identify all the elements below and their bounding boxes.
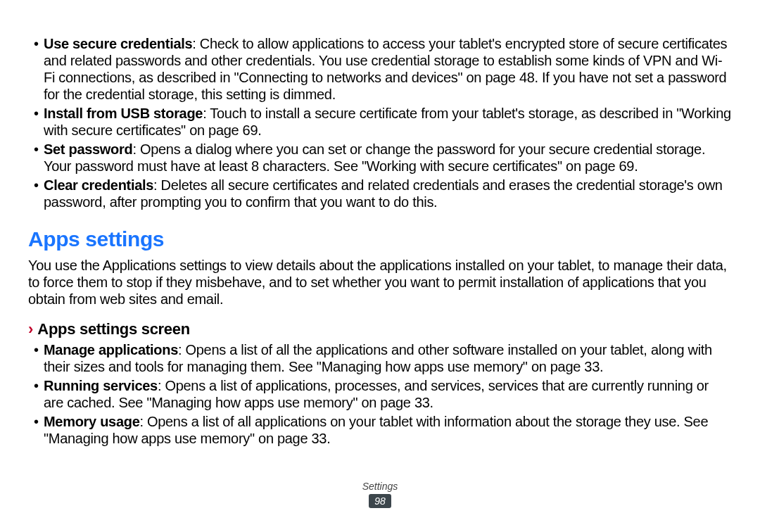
footer-section-label: Settings <box>0 481 760 492</box>
bullet-icon: • <box>34 177 39 194</box>
bullet-desc: : Opens a dialog where you can set or ch… <box>44 141 705 174</box>
bullet-term: Manage applications <box>44 342 178 357</box>
bullet-memory-usage: • Memory usage: Opens a list of all appl… <box>28 413 732 447</box>
apps-settings-heading: Apps settings <box>28 227 732 251</box>
bullet-use-secure-credentials: • Use secure credentials: Check to allow… <box>28 35 732 103</box>
bullet-term: Memory usage <box>44 414 139 429</box>
document-page: • Use secure credentials: Check to allow… <box>0 0 760 532</box>
bullet-term: Use secure credentials <box>44 36 192 51</box>
sub-heading-title: Apps settings screen <box>37 320 190 338</box>
credentials-bullet-list: • Use secure credentials: Check to allow… <box>28 35 732 210</box>
apps-settings-bullet-list: • Manage applications: Opens a list of a… <box>28 341 732 447</box>
bullet-term: Set password <box>44 141 132 157</box>
page-footer: Settings 98 <box>0 481 760 508</box>
bullet-install-from-usb: • Install from USB storage: Touch to ins… <box>28 105 732 139</box>
bullet-clear-credentials: • Clear credentials: Deletes all secure … <box>28 177 732 210</box>
page-number: 98 <box>369 494 391 508</box>
bullet-icon: • <box>34 105 39 122</box>
bullet-desc: : Opens a list of all applications on yo… <box>44 414 708 446</box>
apps-settings-paragraph: You use the Applications settings to vie… <box>28 257 732 308</box>
bullet-term: Running services <box>44 378 158 393</box>
apps-settings-screen-subheading: › Apps settings screen <box>28 320 732 338</box>
bullet-term: Clear credentials <box>44 177 153 193</box>
bullet-icon: • <box>34 341 39 358</box>
bullet-icon: • <box>34 377 39 394</box>
chevron-right-icon: › <box>28 322 33 337</box>
bullet-manage-applications: • Manage applications: Opens a list of a… <box>28 341 732 375</box>
bullet-icon: • <box>34 141 39 158</box>
bullet-term: Install from USB storage <box>44 106 203 121</box>
bullet-icon: • <box>34 35 39 52</box>
bullet-set-password: • Set password: Opens a dialog where you… <box>28 141 732 175</box>
bullet-icon: • <box>34 413 39 430</box>
bullet-running-services: • Running services: Opens a list of appl… <box>28 377 732 411</box>
